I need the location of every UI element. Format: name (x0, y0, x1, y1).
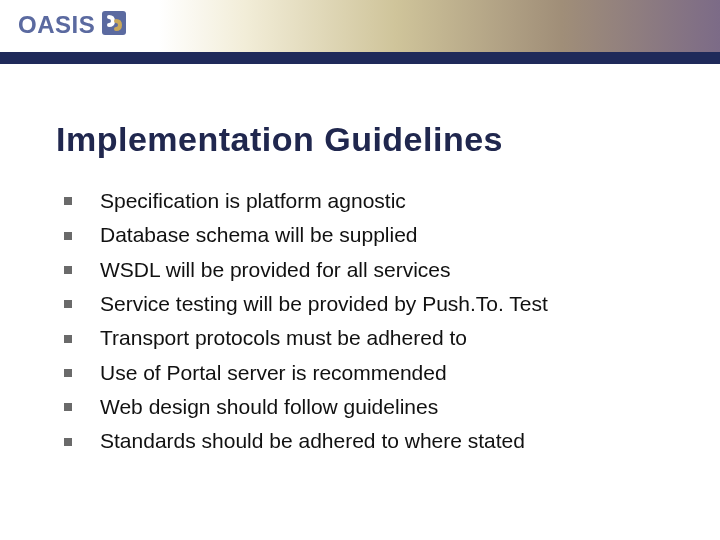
bullet-icon (64, 403, 72, 411)
bullet-icon (64, 335, 72, 343)
list-item: Standards should be adhered to where sta… (64, 427, 680, 455)
bullet-icon (64, 232, 72, 240)
bullet-icon (64, 438, 72, 446)
slide-title: Implementation Guidelines (56, 120, 680, 159)
logo-text: OASIS (18, 11, 95, 39)
bullet-icon (64, 369, 72, 377)
logo-mark-icon (101, 10, 127, 40)
list-item: Use of Portal server is recommended (64, 359, 680, 387)
bullet-icon (64, 266, 72, 274)
bullet-text: Web design should follow guidelines (100, 393, 438, 421)
bullet-list: Specification is platform agnostic Datab… (56, 187, 680, 456)
bullet-icon (64, 300, 72, 308)
bullet-text: WSDL will be provided for all services (100, 256, 451, 284)
bullet-icon (64, 197, 72, 205)
slide-header: OASIS (0, 0, 720, 64)
bullet-text: Service testing will be provided by Push… (100, 290, 548, 318)
bullet-text: Standards should be adhered to where sta… (100, 427, 525, 455)
list-item: WSDL will be provided for all services (64, 256, 680, 284)
logo: OASIS (18, 10, 127, 40)
bullet-text: Specification is platform agnostic (100, 187, 406, 215)
list-item: Transport protocols must be adhered to (64, 324, 680, 352)
list-item: Web design should follow guidelines (64, 393, 680, 421)
bullet-text: Transport protocols must be adhered to (100, 324, 467, 352)
list-item: Specification is platform agnostic (64, 187, 680, 215)
list-item: Service testing will be provided by Push… (64, 290, 680, 318)
bullet-text: Use of Portal server is recommended (100, 359, 447, 387)
bullet-text: Database schema will be supplied (100, 221, 418, 249)
header-bar (0, 52, 720, 64)
list-item: Database schema will be supplied (64, 221, 680, 249)
slide-content: Implementation Guidelines Specification … (0, 64, 720, 456)
